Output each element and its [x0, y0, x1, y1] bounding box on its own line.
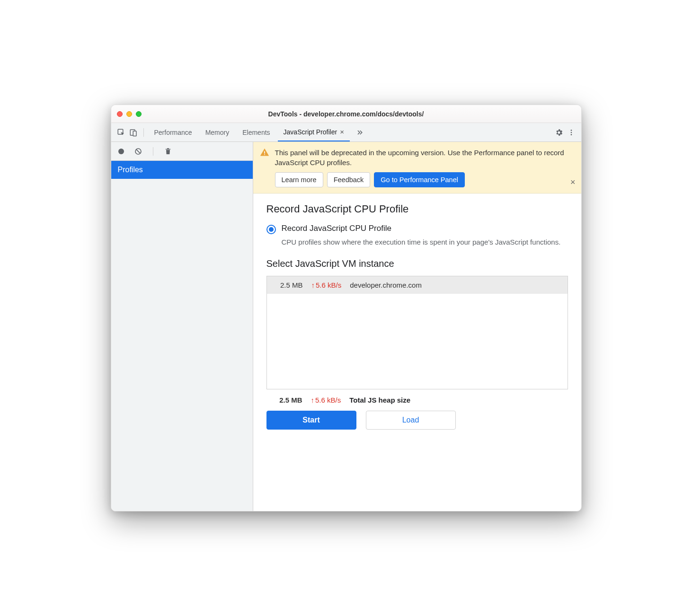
start-button[interactable]: Start	[266, 411, 356, 430]
total-rate-value: 5.6 kB/s	[315, 396, 341, 404]
tabbar: Performance Memory Elements JavaScript P…	[111, 123, 581, 142]
trash-icon[interactable]	[163, 146, 173, 157]
close-banner-icon[interactable]: ×	[570, 177, 576, 187]
svg-point-3	[570, 130, 572, 131]
total-rate: ↑5.6 kB/s	[311, 396, 341, 404]
separator	[153, 147, 153, 156]
action-row: Start Load	[266, 411, 568, 434]
profiler-panel: Record JavaScript CPU Profile Record Jav…	[253, 194, 581, 511]
sidebar-toolbar	[111, 142, 253, 161]
inspect-element-icon[interactable]	[116, 127, 126, 138]
main-panel: This panel will be deprecated in the upc…	[253, 142, 581, 511]
kebab-menu-icon[interactable]	[566, 127, 577, 138]
devtools-window: DevTools - developer.chrome.com/docs/dev…	[111, 105, 582, 511]
arrow-up-icon: ↑	[311, 396, 315, 404]
svg-rect-2	[133, 131, 136, 136]
close-tab-icon[interactable]: ×	[340, 128, 344, 136]
radio-label: Record JavaScript CPU Profile	[282, 224, 391, 233]
profile-type-option[interactable]: Record JavaScript CPU Profile	[266, 224, 568, 234]
vm-size: 2.5 MB	[275, 281, 303, 289]
svg-point-5	[570, 134, 572, 135]
vm-instance-list: 2.5 MB ↑5.6 kB/s developer.chrome.com	[266, 276, 568, 389]
tab-label: Memory	[205, 129, 230, 136]
more-tabs-icon[interactable]	[355, 127, 365, 138]
tab-label: JavaScript Profiler	[284, 128, 337, 136]
banner-buttons: Learn more Feedback Go to Performance Pa…	[275, 172, 575, 187]
tab-elements[interactable]: Elements	[237, 123, 275, 141]
tab-memory[interactable]: Memory	[200, 123, 235, 141]
settings-gear-icon[interactable]	[554, 127, 564, 138]
vm-rate: ↑5.6 kB/s	[311, 281, 342, 289]
record-icon[interactable]	[116, 146, 126, 157]
vm-heading: Select JavaScript VM instance	[266, 258, 568, 269]
total-label: Total JS heap size	[349, 396, 410, 404]
vm-host: developer.chrome.com	[350, 281, 422, 289]
learn-more-button[interactable]: Learn more	[275, 172, 323, 187]
block-icon[interactable]	[133, 146, 143, 157]
svg-rect-9	[264, 151, 265, 154]
svg-point-4	[570, 132, 572, 133]
arrow-up-icon: ↑	[311, 281, 315, 289]
separator	[143, 128, 144, 137]
sidebar-item-profiles[interactable]: Profiles	[111, 161, 253, 179]
warning-icon	[260, 148, 269, 187]
sidebar-item-label: Profiles	[118, 166, 143, 174]
banner-body: This panel will be deprecated in the upc…	[275, 148, 575, 187]
content: Profiles This panel will be deprecated i…	[111, 142, 581, 511]
vm-rate-value: 5.6 kB/s	[316, 281, 341, 289]
banner-text: This panel will be deprecated in the upc…	[275, 148, 575, 167]
device-toolbar-icon[interactable]	[128, 127, 139, 138]
svg-rect-10	[264, 154, 265, 155]
tab-performance[interactable]: Performance	[149, 123, 198, 141]
load-button[interactable]: Load	[366, 411, 456, 430]
tab-javascript-profiler[interactable]: JavaScript Profiler ×	[278, 123, 350, 141]
radio-description: CPU profiles show where the execution ti…	[282, 237, 568, 247]
deprecation-banner: This panel will be deprecated in the upc…	[253, 142, 581, 194]
tab-label: Elements	[242, 129, 270, 136]
total-size: 2.5 MB	[274, 396, 302, 404]
tab-label: Performance	[154, 129, 192, 136]
go-to-performance-button[interactable]: Go to Performance Panel	[374, 172, 465, 187]
feedback-button[interactable]: Feedback	[327, 172, 371, 187]
panel-heading: Record JavaScript CPU Profile	[266, 203, 568, 215]
titlebar: DevTools - developer.chrome.com/docs/dev…	[111, 105, 581, 123]
vm-totals: 2.5 MB ↑5.6 kB/s Total JS heap size	[266, 389, 568, 411]
window-title: DevTools - developer.chrome.com/docs/dev…	[111, 110, 581, 118]
vm-instance-row[interactable]: 2.5 MB ↑5.6 kB/s developer.chrome.com	[267, 276, 568, 294]
radio-button[interactable]	[266, 225, 276, 234]
svg-point-6	[118, 149, 124, 154]
svg-line-8	[136, 149, 140, 153]
sidebar: Profiles	[111, 142, 253, 511]
